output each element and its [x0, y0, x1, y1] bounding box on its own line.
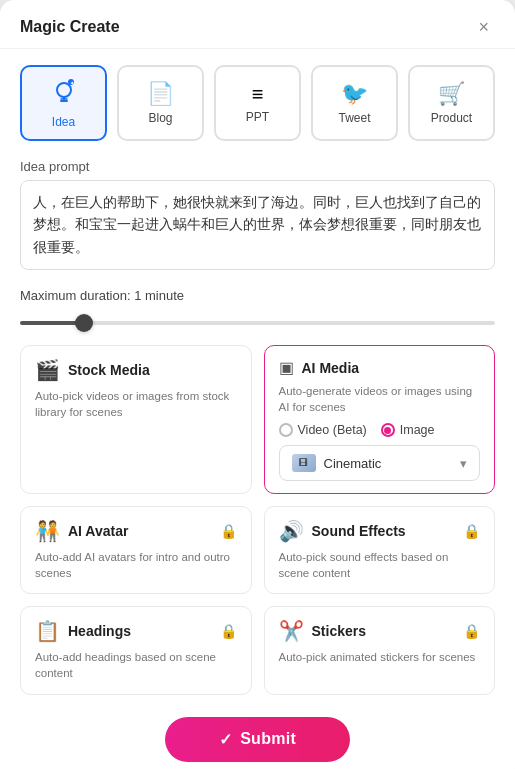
cinematic-thumb: 🎞 [292, 454, 316, 472]
style-select[interactable]: 🎞 Cinematic ▾ [279, 445, 481, 481]
check-icon: ✓ [219, 730, 232, 749]
stickers-desc: Auto-pick animated stickers for scenes [279, 649, 481, 665]
ppt-icon: ≡ [252, 83, 264, 106]
type-selector: ✦ Idea 📄 Blog ≡ PPT 🐦 Tweet 🛒 Product [20, 65, 495, 141]
sound-effects-lock-icon: 🔒 [463, 523, 480, 539]
sound-effects-icon: 🔊 [279, 519, 304, 543]
stickers-icon: ✂️ [279, 619, 304, 643]
headings-icon: 📋 [35, 619, 60, 643]
headings-lock-icon: 🔒 [220, 623, 237, 639]
video-label: Video (Beta) [298, 423, 367, 437]
product-label: Product [431, 111, 472, 125]
prompt-label: Idea prompt [20, 159, 495, 174]
duration-slider-container [20, 311, 495, 329]
tweet-icon: 🐦 [341, 81, 368, 107]
stock-media-icon: 🎬 [35, 358, 60, 382]
type-card-blog[interactable]: 📄 Blog [117, 65, 204, 141]
chevron-down-icon: ▾ [460, 456, 467, 471]
stickers-lock-icon: 🔒 [463, 623, 480, 639]
image-radio[interactable] [381, 423, 395, 437]
style-label: Cinematic [324, 456, 382, 471]
magic-create-modal: Magic Create × ✦ Idea 📄 [0, 0, 515, 769]
ai-media-title: AI Media [302, 360, 481, 376]
blog-label: Blog [148, 111, 172, 125]
feature-card-stock-media[interactable]: 🎬 Stock Media Auto-pick videos or images… [20, 345, 252, 494]
close-button[interactable]: × [472, 16, 495, 38]
modal-title: Magic Create [20, 18, 120, 36]
feature-card-ai-avatar[interactable]: 🧑‍🤝‍🧑 AI Avatar 🔒 Auto-add AI avatars fo… [20, 506, 252, 594]
sound-effects-title: Sound Effects [312, 523, 456, 539]
feature-card-headings[interactable]: 📋 Headings 🔒 Auto-add headings based on … [20, 606, 252, 694]
submit-label: Submit [240, 730, 296, 748]
stock-media-title: Stock Media [68, 362, 237, 378]
headings-title: Headings [68, 623, 212, 639]
submit-button[interactable]: ✓ Submit [165, 717, 350, 762]
modal-body: ✦ Idea 📄 Blog ≡ PPT 🐦 Tweet 🛒 Product [0, 49, 515, 769]
sound-effects-desc: Auto-pick sound effects based on scene c… [279, 549, 481, 581]
product-icon: 🛒 [438, 81, 465, 107]
ai-media-icon: ▣ [279, 358, 294, 377]
stickers-title: Stickers [312, 623, 456, 639]
duration-slider[interactable] [20, 321, 495, 325]
duration-label: Maximum duration: 1 minute [20, 288, 495, 303]
video-option[interactable]: Video (Beta) [279, 423, 367, 437]
type-card-product[interactable]: 🛒 Product [408, 65, 495, 141]
feature-card-stickers[interactable]: ✂️ Stickers 🔒 Auto-pick animated sticker… [264, 606, 496, 694]
ai-avatar-desc: Auto-add AI avatars for intro and outro … [35, 549, 237, 581]
submit-area: ✓ Submit [20, 717, 495, 762]
video-radio[interactable] [279, 423, 293, 437]
image-option[interactable]: Image [381, 423, 435, 437]
idea-label: Idea [52, 115, 75, 129]
prompt-textarea[interactable]: 人，在巨人的帮助下，她很快就来到了海边。同时，巨人也找到了自己的梦想。和宝宝一起… [20, 180, 495, 270]
ai-avatar-lock-icon: 🔒 [220, 523, 237, 539]
type-card-ppt[interactable]: ≡ PPT [214, 65, 301, 141]
stock-media-desc: Auto-pick videos or images from stock li… [35, 388, 237, 420]
ppt-label: PPT [246, 110, 269, 124]
type-card-idea[interactable]: ✦ Idea [20, 65, 107, 141]
modal-header: Magic Create × [0, 0, 515, 49]
ai-media-options: Video (Beta) Image [279, 423, 481, 437]
features-grid: 🎬 Stock Media Auto-pick videos or images… [20, 345, 495, 695]
idea-icon: ✦ [50, 77, 78, 111]
tweet-label: Tweet [338, 111, 370, 125]
image-label: Image [400, 423, 435, 437]
ai-avatar-icon: 🧑‍🤝‍🧑 [35, 519, 60, 543]
type-card-tweet[interactable]: 🐦 Tweet [311, 65, 398, 141]
ai-avatar-title: AI Avatar [68, 523, 212, 539]
ai-media-desc: Auto-generate videos or images using AI … [279, 383, 481, 415]
blog-icon: 📄 [147, 81, 174, 107]
feature-card-ai-media[interactable]: ▣ AI Media Auto-generate videos or image… [264, 345, 496, 494]
feature-card-sound-effects[interactable]: 🔊 Sound Effects 🔒 Auto-pick sound effect… [264, 506, 496, 594]
headings-desc: Auto-add headings based on scene content [35, 649, 237, 681]
